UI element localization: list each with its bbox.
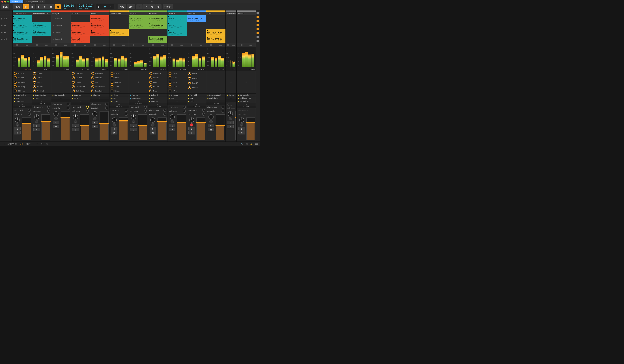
device-enabled-dot[interactable] xyxy=(111,101,112,102)
track-color-bar[interactable] xyxy=(32,10,51,12)
knob[interactable] xyxy=(14,72,17,75)
stop-clip-button[interactable] xyxy=(133,44,134,46)
knob[interactable] xyxy=(111,85,113,88)
menu-icon[interactable] xyxy=(250,45,252,45)
solo-button[interactable]: S xyxy=(238,127,245,131)
send-knob[interactable] xyxy=(163,109,166,112)
keyboard-icon[interactable]: ⌨ xyxy=(255,143,258,145)
redo-button[interactable] xyxy=(143,4,149,9)
add-knob-button[interactable]: + xyxy=(52,72,69,93)
scene-launch[interactable]: Scene 2 xyxy=(51,22,71,29)
clip[interactable]: 808 (Bass-08) - H... xyxy=(13,36,32,43)
device-slot[interactable]: Drum Machine xyxy=(13,94,32,97)
stop-clip-button[interactable] xyxy=(227,44,229,46)
knob[interactable] xyxy=(14,85,17,88)
device-slot[interactable]: Drum Machine xyxy=(32,94,51,97)
search-icon[interactable]: 🔍 xyxy=(241,143,243,145)
solo-button[interactable]: S xyxy=(169,124,175,127)
send-knob[interactable] xyxy=(125,113,128,116)
track-name[interactable]: Audio 2 xyxy=(90,12,109,15)
mute-button[interactable]: M xyxy=(72,128,79,131)
solo-button[interactable]: S xyxy=(53,121,59,124)
empty-clip-slot[interactable] xyxy=(90,36,109,43)
knob[interactable] xyxy=(91,76,94,79)
send-knob[interactable] xyxy=(163,113,166,116)
info-button[interactable]: i xyxy=(2,143,2,145)
clip[interactable]: Minimal_Bass_15 A xyxy=(187,15,206,22)
menu-icon[interactable] xyxy=(122,45,125,45)
send-knob[interactable] xyxy=(67,103,70,106)
knob[interactable] xyxy=(72,85,75,88)
device-enabled-dot[interactable] xyxy=(111,94,112,96)
device-enabled-dot[interactable] xyxy=(72,98,73,99)
knob[interactable] xyxy=(111,81,113,84)
clip[interactable]: Vita 03 Lead xyxy=(109,29,129,36)
footer-icon[interactable]: ▢ xyxy=(46,143,48,145)
mute-button[interactable]: M xyxy=(208,128,214,131)
device-enabled-dot[interactable] xyxy=(111,98,112,99)
scene-launch[interactable]: Scene 1 xyxy=(51,15,71,22)
close-window-icon[interactable] xyxy=(1,1,3,2)
empty-clip-slot[interactable] xyxy=(109,15,129,22)
track-name[interactable]: Audio 1 xyxy=(71,12,90,15)
device-enabled-dot[interactable] xyxy=(149,98,150,99)
track-color-bar[interactable] xyxy=(226,10,236,12)
empty-clip-slot[interactable] xyxy=(206,15,226,22)
knob[interactable] xyxy=(169,81,171,84)
tempo-display[interactable]: 110.00 4/4 xyxy=(62,4,76,10)
device-enabled-dot[interactable] xyxy=(238,98,239,99)
mute-button[interactable]: M xyxy=(150,131,156,135)
clip[interactable]: Soulful Chords 01 B xyxy=(148,22,167,29)
device-enabled-dot[interactable] xyxy=(130,98,131,99)
knob[interactable] xyxy=(33,76,36,79)
record-arm-button[interactable]: ● xyxy=(132,120,135,123)
track-color-bar[interactable] xyxy=(148,10,167,12)
send-knob[interactable] xyxy=(86,106,89,109)
scene-row[interactable]: Main xyxy=(0,36,12,43)
track-name[interactable]: Polysynth xyxy=(148,12,167,15)
knob[interactable] xyxy=(91,85,94,88)
menu-icon[interactable] xyxy=(219,45,222,45)
add-knob-button[interactable]: + xyxy=(227,72,235,93)
device-enabled-dot[interactable] xyxy=(208,98,208,99)
add-device-button[interactable]: + xyxy=(32,100,51,103)
send-knob[interactable] xyxy=(28,113,31,116)
pan-knob[interactable] xyxy=(170,114,175,119)
device-enabled-dot[interactable] xyxy=(33,98,34,99)
empty-clip-slot[interactable] xyxy=(237,29,256,36)
track-color-bar[interactable] xyxy=(206,10,226,12)
play-menu[interactable]: PLAY xyxy=(13,4,22,9)
mute-button[interactable]: M xyxy=(92,125,98,128)
add-device-button[interactable]: + xyxy=(71,100,90,103)
knob[interactable] xyxy=(33,90,36,92)
knob[interactable] xyxy=(169,76,171,79)
pan-knob[interactable] xyxy=(131,114,136,119)
device-enabled-dot[interactable] xyxy=(169,98,170,99)
sidepanel-icon[interactable] xyxy=(257,16,259,18)
add-menu[interactable]: ADD xyxy=(118,4,126,9)
record-button[interactable] xyxy=(36,4,42,9)
footer-icon[interactable]: ◯ xyxy=(41,143,43,145)
mute-button[interactable]: M xyxy=(53,125,59,128)
add-device-button[interactable]: + xyxy=(187,103,206,106)
dashboard-icon[interactable]: ◫ xyxy=(246,143,248,145)
volume-fader[interactable]: -4.4 xyxy=(177,114,186,140)
track-color-bar[interactable] xyxy=(237,10,256,12)
edit-menu[interactable]: EDIT xyxy=(127,4,135,9)
peak-db[interactable]: +0.5 dB xyxy=(13,68,32,71)
device-enabled-dot[interactable] xyxy=(72,94,73,96)
empty-clip-slot[interactable] xyxy=(32,36,51,43)
volume-fader[interactable]: +3.3 xyxy=(119,117,128,140)
file-menu[interactable]: FILE xyxy=(1,4,9,9)
add-knob-button[interactable]: + xyxy=(130,72,147,93)
pan-knob[interactable] xyxy=(92,111,97,116)
track-color-bar[interactable] xyxy=(167,10,187,12)
play-button[interactable] xyxy=(23,4,29,9)
empty-clip-slot[interactable] xyxy=(109,22,129,29)
mute-button[interactable]: M xyxy=(111,131,117,135)
menu-icon[interactable] xyxy=(161,45,164,45)
volume-fader[interactable]: -10.0 xyxy=(138,114,147,140)
record-arm-button[interactable]: ● xyxy=(35,120,38,123)
volume-fader[interactable] xyxy=(246,117,255,140)
mute-button[interactable]: M xyxy=(14,131,21,135)
